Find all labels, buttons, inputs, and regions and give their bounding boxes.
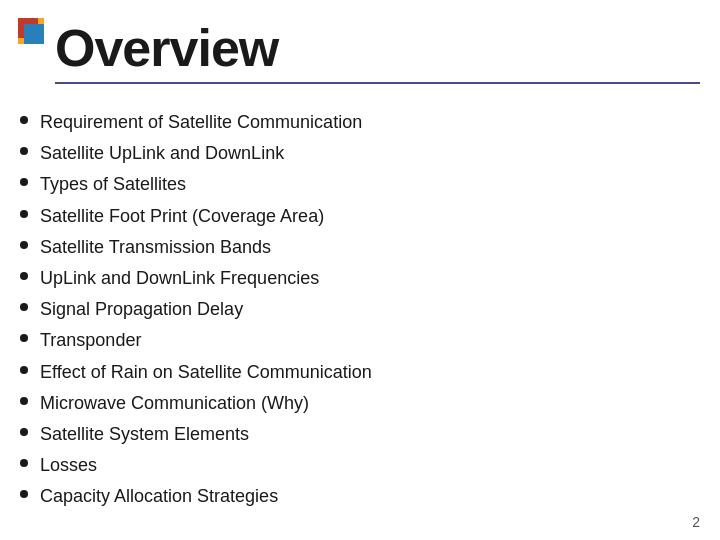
list-item-text: Satellite UpLink and DownLink [40, 141, 284, 166]
bullet-dot [20, 272, 28, 280]
list-item: Losses [20, 453, 700, 478]
slide: Overview Requirement of Satellite Commun… [0, 0, 720, 540]
list-item: Types of Satellites [20, 172, 700, 197]
list-item: Satellite UpLink and DownLink [20, 141, 700, 166]
page-number: 2 [692, 514, 700, 530]
bullet-dot [20, 490, 28, 498]
bullet-dot [20, 459, 28, 467]
bullet-dot [20, 366, 28, 374]
bullet-dot [20, 147, 28, 155]
list-item: Satellite System Elements [20, 422, 700, 447]
list-item-text: Satellite Transmission Bands [40, 235, 271, 260]
bullet-dot [20, 178, 28, 186]
square-blue [24, 24, 44, 44]
list-item: Transponder [20, 328, 700, 353]
list-item: Signal Propagation Delay [20, 297, 700, 322]
content-area: Requirement of Satellite CommunicationSa… [20, 110, 700, 510]
list-item-text: Signal Propagation Delay [40, 297, 243, 322]
bullet-dot [20, 116, 28, 124]
list-item-text: Satellite System Elements [40, 422, 249, 447]
bullet-dot [20, 210, 28, 218]
title-area: Overview [55, 18, 700, 84]
list-item-text: Requirement of Satellite Communication [40, 110, 362, 135]
list-item: Requirement of Satellite Communication [20, 110, 700, 135]
list-item-text: Satellite Foot Print (Coverage Area) [40, 204, 324, 229]
list-item-text: Types of Satellites [40, 172, 186, 197]
bullet-dot [20, 241, 28, 249]
list-item-text: Capacity Allocation Strategies [40, 484, 278, 509]
bullet-dot [20, 428, 28, 436]
list-item-text: Microwave Communication (Why) [40, 391, 309, 416]
bullet-list: Requirement of Satellite CommunicationSa… [20, 110, 700, 509]
list-item: Effect of Rain on Satellite Communicatio… [20, 360, 700, 385]
list-item-text: Effect of Rain on Satellite Communicatio… [40, 360, 372, 385]
slide-title: Overview [55, 18, 700, 78]
list-item-text: Losses [40, 453, 97, 478]
bullet-dot [20, 334, 28, 342]
title-underline [55, 82, 700, 84]
list-item-text: UpLink and DownLink Frequencies [40, 266, 319, 291]
bullet-dot [20, 303, 28, 311]
list-item: UpLink and DownLink Frequencies [20, 266, 700, 291]
list-item: Capacity Allocation Strategies [20, 484, 700, 509]
bullet-dot [20, 397, 28, 405]
list-item: Satellite Transmission Bands [20, 235, 700, 260]
list-item-text: Transponder [40, 328, 141, 353]
list-item: Satellite Foot Print (Coverage Area) [20, 204, 700, 229]
list-item: Microwave Communication (Why) [20, 391, 700, 416]
